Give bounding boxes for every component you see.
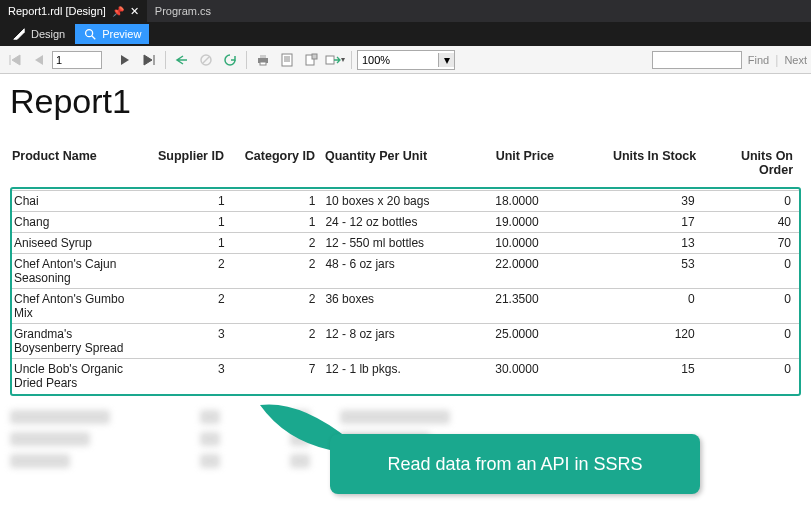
table-row[interactable]: Chef Anton's Gumbo Mix2236 boxes21.35000… xyxy=(12,289,799,324)
svg-rect-7 xyxy=(260,62,266,65)
cell-stock: 13 xyxy=(606,233,702,254)
table-row[interactable]: Uncle Bob's Organic Dried Pears3712 - 1 … xyxy=(12,359,799,394)
cell-product: Chef Anton's Gumbo Mix xyxy=(12,289,148,324)
cell-supplier: 3 xyxy=(148,359,233,394)
data-table: Product Name Supplier ID Category ID Qua… xyxy=(10,145,801,187)
cell-supplier: 1 xyxy=(148,233,233,254)
cell-price: 18.0000 xyxy=(493,191,606,212)
print-button[interactable] xyxy=(252,49,274,71)
cell-product: Grandma's Boysenberry Spread xyxy=(12,324,148,359)
cell-category: 1 xyxy=(233,191,324,212)
page-setup-button[interactable] xyxy=(300,49,322,71)
cell-product: Chai xyxy=(12,191,148,212)
cell-stock: 0 xyxy=(606,289,702,324)
cell-supplier: 1 xyxy=(148,191,233,212)
col-category: Category ID xyxy=(232,145,323,187)
zoom-input[interactable] xyxy=(358,54,438,66)
ruler-icon xyxy=(12,27,26,41)
last-page-button[interactable] xyxy=(138,49,160,71)
cell-qty: 36 boxes xyxy=(323,289,493,324)
tab-design[interactable]: Design xyxy=(4,24,73,44)
svg-marker-0 xyxy=(14,29,25,40)
cell-price: 22.0000 xyxy=(493,254,606,289)
cell-qty: 10 boxes x 20 bags xyxy=(323,191,493,212)
magnifier-icon xyxy=(83,27,97,41)
stop-button[interactable] xyxy=(195,49,217,71)
svg-line-2 xyxy=(92,36,96,40)
table-row[interactable]: Chef Anton's Cajun Seasoning2248 - 6 oz … xyxy=(12,254,799,289)
cell-price: 21.3500 xyxy=(493,289,606,324)
cell-product: Aniseed Syrup xyxy=(12,233,148,254)
cell-qty: 12 - 550 ml bottles xyxy=(323,233,493,254)
search-input[interactable] xyxy=(652,51,742,69)
col-order: Units On Order xyxy=(704,145,801,187)
cell-price: 19.0000 xyxy=(493,212,606,233)
cell-price: 10.0000 xyxy=(493,233,606,254)
close-icon[interactable]: ✕ xyxy=(130,5,139,18)
svg-point-1 xyxy=(86,30,93,37)
zoom-select[interactable]: ▾ xyxy=(357,50,455,70)
document-tab-label: Program.cs xyxy=(155,5,211,17)
cell-category: 2 xyxy=(233,289,324,324)
report-surface: Report1 Product Name Supplier ID Categor… xyxy=(0,74,811,490)
prev-page-button[interactable] xyxy=(28,49,50,71)
cell-stock: 17 xyxy=(606,212,702,233)
page-number-input[interactable] xyxy=(52,51,102,69)
cell-product: Uncle Bob's Organic Dried Pears xyxy=(12,359,148,394)
cell-product: Chef Anton's Cajun Seasoning xyxy=(12,254,148,289)
header-row: Product Name Supplier ID Category ID Qua… xyxy=(10,145,801,187)
cell-price: 25.0000 xyxy=(493,324,606,359)
back-button[interactable] xyxy=(171,49,193,71)
cell-category: 2 xyxy=(233,254,324,289)
pin-icon[interactable]: 📌 xyxy=(112,6,124,17)
cell-category: 1 xyxy=(233,212,324,233)
cell-supplier: 2 xyxy=(148,289,233,324)
print-layout-button[interactable] xyxy=(276,49,298,71)
find-link[interactable]: Find xyxy=(748,54,769,66)
page-of-label xyxy=(104,49,112,71)
table-row[interactable]: Aniseed Syrup1212 - 550 ml bottles10.000… xyxy=(12,233,799,254)
chevron-down-icon[interactable]: ▾ xyxy=(438,53,454,67)
tab-preview[interactable]: Preview xyxy=(75,24,149,44)
cell-category: 7 xyxy=(233,359,324,394)
cell-price: 30.0000 xyxy=(493,359,606,394)
first-page-button[interactable] xyxy=(4,49,26,71)
col-qty: Quantity Per Unit xyxy=(323,145,494,187)
col-supplier: Supplier ID xyxy=(147,145,232,187)
col-price: Unit Price xyxy=(494,145,608,187)
cell-order: 40 xyxy=(703,212,799,233)
refresh-button[interactable] xyxy=(219,49,241,71)
table-row[interactable]: Chang1124 - 12 oz bottles19.00001740 xyxy=(12,212,799,233)
svg-rect-14 xyxy=(326,56,334,64)
cell-supplier: 3 xyxy=(148,324,233,359)
document-tab-program[interactable]: Program.cs xyxy=(147,0,219,22)
tab-label: Design xyxy=(31,28,65,40)
cell-stock: 53 xyxy=(606,254,702,289)
cell-qty: 12 - 8 oz jars xyxy=(323,324,493,359)
cell-order: 0 xyxy=(703,191,799,212)
cell-stock: 120 xyxy=(606,324,702,359)
callout-text: Read data from an API in SSRS xyxy=(387,454,642,475)
document-tab-label: Report1.rdl [Design] xyxy=(8,5,106,17)
cell-order: 0 xyxy=(703,359,799,394)
col-product: Product Name xyxy=(10,145,147,187)
svg-rect-6 xyxy=(260,55,266,58)
export-button[interactable]: ▾ xyxy=(324,49,346,71)
document-tab-report1[interactable]: Report1.rdl [Design] 📌 ✕ xyxy=(0,0,147,22)
cell-product: Chang xyxy=(12,212,148,233)
table-row[interactable]: Grandma's Boysenberry Spread3212 - 8 oz … xyxy=(12,324,799,359)
col-stock: Units In Stock xyxy=(608,145,705,187)
cell-supplier: 1 xyxy=(148,212,233,233)
annotation-callout: Read data from an API in SSRS xyxy=(330,434,700,494)
table-row[interactable]: Chai1110 boxes x 20 bags18.0000390 xyxy=(12,191,799,212)
next-page-button[interactable] xyxy=(114,49,136,71)
cell-stock: 15 xyxy=(606,359,702,394)
document-tab-bar: Report1.rdl [Design] 📌 ✕ Program.cs xyxy=(0,0,811,22)
tab-label: Preview xyxy=(102,28,141,40)
next-link[interactable]: Next xyxy=(784,54,807,66)
cell-qty: 24 - 12 oz bottles xyxy=(323,212,493,233)
cell-category: 2 xyxy=(233,233,324,254)
svg-line-4 xyxy=(203,57,209,63)
cell-qty: 12 - 1 lb pkgs. xyxy=(323,359,493,394)
preview-toolbar: ▾ ▾ Find | Next xyxy=(0,46,811,74)
